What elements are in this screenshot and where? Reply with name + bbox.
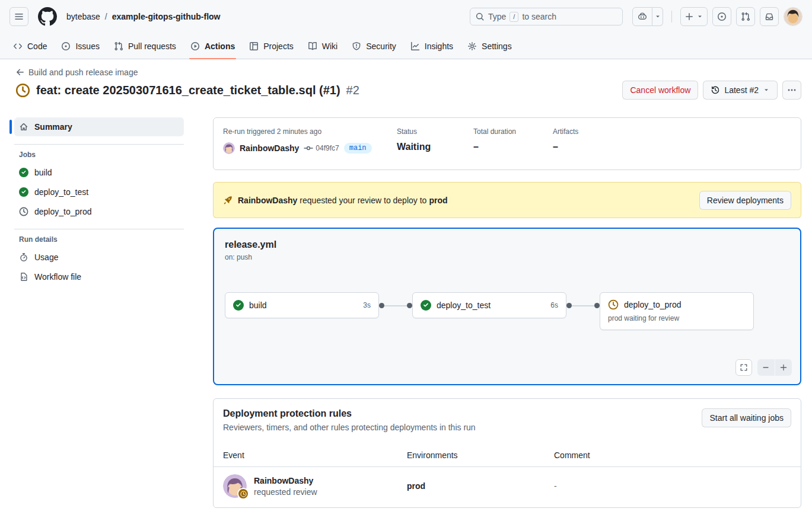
search-input[interactable]: Type / to search (470, 8, 623, 25)
tab-code[interactable]: Code (7, 33, 53, 59)
commit-ref[interactable]: 04f9fc7 (304, 143, 339, 153)
sidebar-item-workflow-file[interactable]: Workflow file (9, 267, 184, 286)
jobs-heading: Jobs (9, 151, 184, 159)
graph-edge (566, 303, 600, 308)
run-actions: Cancel workflow Latest #2 (622, 81, 801, 100)
job-label: deploy_to_test (34, 187, 88, 197)
summary-label: Summary (34, 122, 72, 132)
cancel-workflow-button[interactable]: Cancel workflow (622, 81, 698, 100)
graph-edge (379, 303, 412, 308)
back-to-workflow-link[interactable]: Build and push release image (15, 68, 803, 77)
banner-message: requested your review to deploy to (300, 196, 426, 205)
plus-icon (779, 363, 788, 372)
chevron-down-icon (696, 13, 703, 20)
edge-line (572, 305, 594, 306)
sidebar-job-deploy-to-test[interactable]: deploy_to_test (9, 182, 184, 202)
waiting-clock-icon (19, 207, 28, 216)
check-circle-icon (19, 187, 28, 197)
plus-icon (684, 12, 694, 21)
sidebar-job-deploy-to-prod[interactable]: deploy_to_prod (9, 202, 184, 221)
inbox-icon (765, 12, 774, 21)
reviewer-avatar[interactable] (223, 474, 247, 498)
tab-label: Projects (263, 41, 294, 51)
banner-text: RainbowDashy requested your review to de… (238, 196, 447, 205)
breadcrumb-repo[interactable]: example-gitops-github-flow (112, 12, 221, 21)
inbox-button[interactable] (760, 7, 779, 26)
zoom-in-button[interactable] (775, 359, 792, 376)
kebab-icon (787, 85, 797, 95)
copilot-button[interactable] (632, 7, 652, 26)
workflow-trigger: on: push (225, 253, 789, 261)
job-label: deploy_to_prod (34, 207, 92, 216)
copilot-button-group (632, 7, 663, 26)
sidebar-item-usage[interactable]: Usage (9, 247, 184, 267)
stopwatch-icon (19, 252, 28, 262)
copilot-dropdown-button[interactable] (652, 7, 663, 26)
file-code-icon (19, 272, 28, 282)
breadcrumb-separator: / (105, 12, 107, 21)
three-bars-icon (14, 12, 24, 21)
copilot-icon (638, 12, 647, 21)
code-icon (13, 41, 23, 51)
table-header-border: Event Environments Comment (214, 444, 801, 467)
run-title-row: feat: create 202503071616_create_ticket_… (15, 81, 803, 100)
table-icon (249, 41, 259, 51)
tab-settings[interactable]: Settings (461, 33, 518, 59)
tab-pull-requests[interactable]: Pull requests (108, 33, 182, 59)
tab-insights[interactable]: Insights (405, 33, 459, 59)
table-row: RainbowDashy requested review prod - (223, 467, 791, 506)
workflow-graph-panel[interactable]: release.yml on: push build 3s deploy_to_… (213, 228, 801, 385)
tab-label: Code (27, 41, 47, 51)
tab-wiki[interactable]: Wiki (302, 33, 343, 59)
node-subtitle: prod waiting for review (608, 314, 746, 322)
graph-node-deploy-to-prod[interactable]: deploy_to_prod prod waiting for review (600, 292, 754, 330)
selected-indicator (9, 120, 12, 134)
check-circle-icon (19, 168, 28, 177)
pull-requests-button[interactable] (736, 7, 755, 26)
breadcrumb-owner[interactable]: bytebase (66, 12, 100, 21)
graph-node-build[interactable]: build 3s (225, 292, 379, 318)
start-all-waiting-jobs-button[interactable]: Start all waiting jobs (702, 408, 791, 427)
global-header: bytebase / example-gitops-github-flow Ty… (0, 0, 812, 33)
user-avatar[interactable] (784, 7, 803, 26)
latest-run-button[interactable]: Latest #2 (703, 81, 778, 100)
fullscreen-button[interactable] (735, 359, 752, 376)
hamburger-menu-button[interactable] (9, 7, 28, 26)
actor-avatar[interactable] (223, 142, 235, 154)
search-placeholder-suffix: to search (522, 12, 556, 21)
waiting-clock-icon (15, 83, 30, 98)
graph-nodes: build 3s deploy_to_test 6s deploy_to_pro… (225, 292, 789, 330)
artifacts-column: Artifacts – (553, 127, 791, 160)
sidebar-job-build[interactable]: build (9, 162, 184, 182)
branch-badge[interactable]: main (344, 143, 372, 154)
tab-projects[interactable]: Projects (243, 33, 300, 59)
protection-rules-panel: Deployment protection rules Reviewers, t… (213, 398, 801, 508)
tab-label: Security (366, 41, 396, 51)
commit-sha: 04f9fc7 (316, 144, 339, 152)
node-label: build (249, 301, 267, 310)
sidebar-item-summary[interactable]: Summary (14, 117, 184, 136)
back-link-label: Build and push release image (28, 68, 138, 77)
rocket-icon (223, 196, 233, 205)
event-action: requested review (254, 487, 317, 497)
tab-issues[interactable]: Issues (55, 33, 105, 59)
git-pull-request-icon (741, 12, 750, 21)
reviewer-name[interactable]: RainbowDashy (254, 476, 317, 485)
trigger-column: Re-run triggered 2 minutes ago RainbowDa… (223, 127, 397, 160)
more-options-button[interactable] (782, 81, 801, 100)
zoom-out-button[interactable] (757, 359, 775, 376)
issues-button[interactable] (712, 7, 731, 26)
table-header: Event Environments Comment (214, 444, 801, 466)
tab-security[interactable]: Security (346, 33, 402, 59)
trigger-label: Re-run triggered 2 minutes ago (223, 127, 397, 136)
edge-dot (379, 303, 384, 308)
chevron-down-icon (763, 87, 770, 94)
tab-actions[interactable]: Actions (184, 33, 241, 59)
github-logo[interactable] (38, 7, 57, 26)
breadcrumb: bytebase / example-gitops-github-flow (66, 12, 220, 21)
actor-name[interactable]: RainbowDashy (240, 143, 299, 153)
banner-environment: prod (429, 196, 447, 205)
create-new-button[interactable] (680, 7, 708, 26)
review-deployments-button[interactable]: Review deployments (699, 191, 791, 210)
graph-node-deploy-to-test[interactable]: deploy_to_test 6s (412, 292, 566, 318)
